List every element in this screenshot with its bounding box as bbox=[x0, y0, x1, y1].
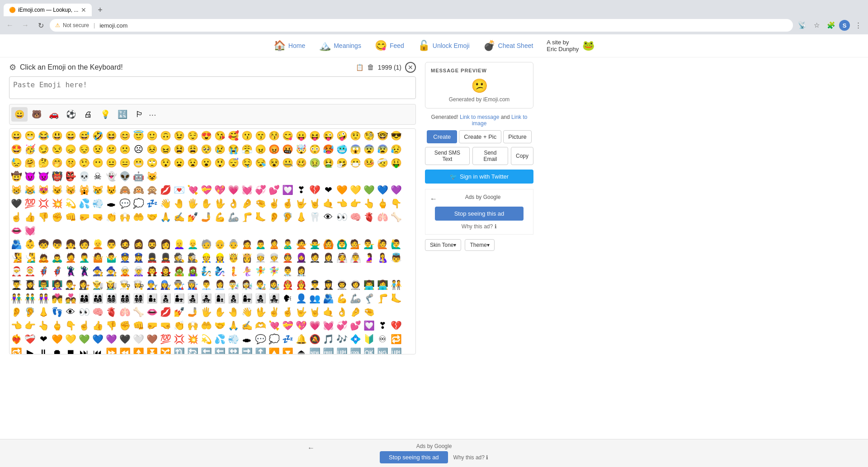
emoji-cell[interactable]: 💢 bbox=[37, 197, 50, 210]
emoji-cell[interactable]: 👇 bbox=[64, 319, 77, 332]
emoji-cell[interactable]: 🕳 bbox=[104, 197, 118, 210]
emoji-cell[interactable]: 🧜 bbox=[226, 264, 240, 278]
emoji-cell[interactable]: 👨‍⚖ bbox=[64, 278, 77, 292]
emoji-cell[interactable]: 🤞 bbox=[281, 197, 294, 210]
emoji-cell[interactable]: 👩‍✈ bbox=[321, 278, 335, 292]
emoji-cell[interactable]: 🤬 bbox=[281, 142, 294, 156]
emoji-cell[interactable]: 😾 bbox=[104, 183, 118, 197]
cat-tab-transport[interactable]: 🚗 bbox=[46, 107, 62, 122]
emoji-cell[interactable]: 🙃 bbox=[159, 129, 172, 142]
emoji-cell[interactable]: ✋ bbox=[199, 197, 213, 210]
emoji-cell[interactable]: 🧔‍♀ bbox=[132, 237, 145, 251]
emoji-cell[interactable]: 🎅 bbox=[9, 264, 23, 278]
nav-feed[interactable]: 😋 Feed bbox=[375, 40, 404, 52]
emoji-cell[interactable]: 🔚 bbox=[213, 346, 226, 354]
emoji-cell[interactable]: 😽 bbox=[64, 183, 77, 197]
emoji-cell[interactable]: 💙 bbox=[91, 332, 104, 346]
emoji-cell[interactable]: 😆 bbox=[104, 129, 118, 142]
emoji-cell[interactable]: 💝 bbox=[199, 183, 213, 197]
emoji-cell[interactable]: 👨‍👩‍👧 bbox=[91, 292, 104, 305]
emoji-cell[interactable]: 💦 bbox=[213, 332, 226, 346]
emoji-cell[interactable]: 👮‍♀ bbox=[132, 251, 145, 264]
emoji-cell[interactable]: 🧠 bbox=[91, 305, 104, 319]
emoji-cell[interactable]: 🆕 bbox=[308, 346, 321, 354]
emoji-cell[interactable]: 🤙 bbox=[321, 305, 335, 319]
emoji-cell[interactable]: 🤴 bbox=[226, 251, 240, 264]
emoji-cell[interactable]: 🖖 bbox=[213, 197, 226, 210]
emoji-cell[interactable]: 👩‍🏭 bbox=[186, 278, 199, 292]
emoji-cell[interactable]: 🤞 bbox=[281, 305, 294, 319]
emoji-cell[interactable]: 🦴 bbox=[389, 210, 403, 224]
emoji-cell[interactable]: 🧏 bbox=[9, 251, 23, 264]
emoji-cell[interactable]: 🤗 bbox=[23, 156, 37, 170]
emoji-cell[interactable]: 🗣 bbox=[281, 292, 294, 305]
emoji-cell[interactable]: 👩‍👧 bbox=[240, 292, 254, 305]
emoji-cell[interactable]: ⏏ bbox=[294, 346, 308, 354]
emoji-cell[interactable]: 🙊 bbox=[145, 183, 159, 197]
emoji-cell[interactable]: 💨 bbox=[91, 197, 104, 210]
emoji-cell[interactable]: 🦹 bbox=[64, 264, 77, 278]
emoji-cell[interactable]: 👨‍🎨 bbox=[254, 278, 267, 292]
emoji-cell[interactable]: 💓 bbox=[321, 319, 335, 332]
emoji-cell[interactable]: 💂‍♀ bbox=[159, 251, 172, 264]
emoji-cell[interactable]: 🤌 bbox=[240, 197, 254, 210]
emoji-cell[interactable]: 🎵 bbox=[321, 332, 335, 346]
emoji-cell[interactable]: 👈 bbox=[335, 197, 349, 210]
emoji-cell[interactable]: ⏺ bbox=[50, 346, 64, 354]
cat-tab-smileys[interactable]: 😀 bbox=[11, 107, 28, 122]
emoji-cell[interactable]: 🧒 bbox=[37, 237, 50, 251]
emoji-cell[interactable]: 🤟 bbox=[294, 305, 308, 319]
emoji-cell[interactable]: 🙌 bbox=[186, 319, 199, 332]
emoji-cell[interactable]: 👨‍🍳 bbox=[118, 278, 132, 292]
emoji-cell[interactable]: 💀 bbox=[77, 170, 91, 183]
emoji-cell[interactable]: 😹 bbox=[23, 183, 37, 197]
cat-tab-sports[interactable]: ⚽ bbox=[63, 107, 79, 122]
picture-button[interactable]: Picture bbox=[503, 130, 531, 143]
emoji-cell[interactable]: 😑 bbox=[118, 156, 132, 170]
emoji-cell[interactable]: 🤐 bbox=[281, 156, 294, 170]
emoji-cell[interactable]: 😿 bbox=[91, 183, 104, 197]
emoji-cell[interactable]: ❣ bbox=[294, 183, 308, 197]
emoji-cell[interactable]: 🤜 bbox=[91, 210, 104, 224]
emoji-cell[interactable]: 👩‍⚖ bbox=[77, 278, 91, 292]
emoji-cell[interactable]: 👨‍🚀 bbox=[335, 278, 349, 292]
emoji-cell[interactable]: 👨‍👧‍👧 bbox=[199, 292, 213, 305]
emoji-cell[interactable]: 😺 bbox=[145, 170, 159, 183]
emoji-cell[interactable]: 🦾 bbox=[226, 210, 240, 224]
emoji-cell[interactable]: 💚 bbox=[362, 183, 376, 197]
emoji-cell[interactable]: 💙 bbox=[376, 183, 389, 197]
emoji-cell[interactable]: 👨‍🔬 bbox=[226, 278, 240, 292]
emoji-cell[interactable]: 😼 bbox=[50, 183, 64, 197]
emoji-cell[interactable]: 🧔 bbox=[118, 237, 132, 251]
emoji-cell[interactable]: 💕 bbox=[267, 183, 281, 197]
emoji-cell[interactable]: 👩‍🌾 bbox=[104, 278, 118, 292]
emoji-cell[interactable]: ✍ bbox=[240, 319, 254, 332]
emoji-cell[interactable]: 👍 bbox=[23, 210, 37, 224]
emoji-cell[interactable]: 🤌 bbox=[349, 305, 362, 319]
emoji-cell[interactable]: 🦾 bbox=[349, 292, 362, 305]
emoji-cell[interactable]: 💓 bbox=[23, 224, 37, 237]
emoji-cell[interactable]: 🤶 bbox=[23, 264, 37, 278]
emoji-cell[interactable]: 👫 bbox=[9, 292, 23, 305]
emoji-cell[interactable]: 🙆 bbox=[321, 237, 335, 251]
emoji-cell[interactable]: 👺 bbox=[64, 170, 77, 183]
emoji-cell[interactable]: 👷 bbox=[199, 251, 213, 264]
emoji-cell[interactable]: 👇 bbox=[389, 197, 403, 210]
emoji-cell[interactable]: 👲 bbox=[281, 251, 294, 264]
emoji-cell[interactable]: 👨‍💼 bbox=[199, 278, 213, 292]
emoji-cell[interactable]: 💁‍♂ bbox=[362, 237, 376, 251]
emoji-cell[interactable]: 👄 bbox=[145, 305, 159, 319]
emoji-cell[interactable]: 😫 bbox=[172, 142, 186, 156]
emoji-cell[interactable]: ❤‍🩹 bbox=[23, 332, 37, 346]
ads-back-button[interactable]: ← bbox=[430, 195, 437, 203]
emoji-cell[interactable]: 🙅‍♂ bbox=[308, 237, 321, 251]
emoji-cell[interactable]: ✍ bbox=[172, 210, 186, 224]
emoji-cell[interactable]: 👨‍🚒 bbox=[281, 278, 294, 292]
copy-small-icon[interactable]: 📋 bbox=[356, 64, 363, 71]
emoji-cell[interactable]: ✌ bbox=[267, 197, 281, 210]
emoji-cell[interactable]: 💝 bbox=[281, 319, 294, 332]
emoji-cell[interactable]: 🦶 bbox=[389, 292, 403, 305]
emoji-cell[interactable]: 👨‍🎓 bbox=[9, 278, 23, 292]
emoji-cell[interactable]: ❤ bbox=[321, 183, 335, 197]
emoji-cell[interactable]: 👨‍👩‍👧‍👧 bbox=[132, 292, 145, 305]
